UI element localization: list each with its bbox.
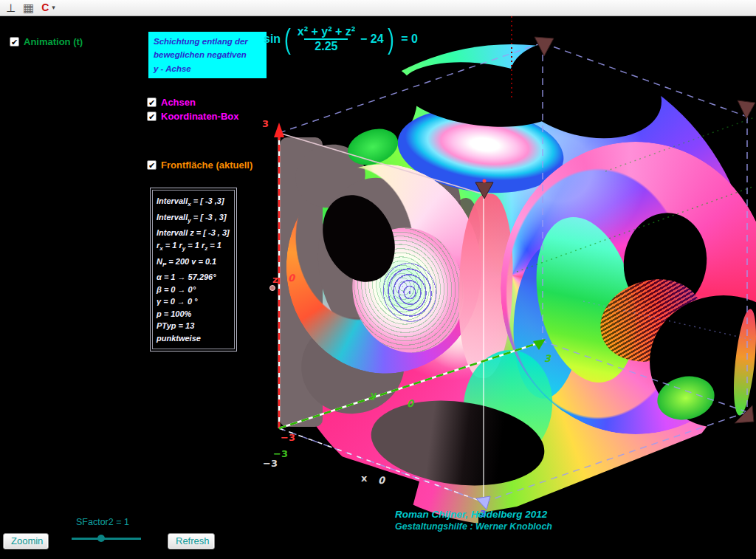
info-line: Intervallx = [ -3 ,3] — [157, 195, 230, 211]
note-line: Schichtung entlang der — [154, 35, 261, 48]
koordinaten-box-checkbox-row: ✔ Koordinaten-Box — [147, 111, 238, 122]
credits-helper: Gestaltungshilfe : Werner Knobloch — [395, 521, 552, 532]
koordinaten-box-checkbox-label: Koordinaten-Box — [161, 111, 238, 122]
animation-checkbox-label: Animation (t) — [24, 36, 83, 47]
sfactor2-slider-thumb[interactable] — [97, 535, 105, 542]
background-mask — [0, 16, 280, 559]
note-box[interactable]: Schichtung entlang der beweglichen negat… — [148, 31, 267, 79]
formula-close-paren: ) — [388, 27, 394, 52]
info-panel-lines: Intervallx = [ -3 ,3]Intervally = [ -3 ,… — [157, 195, 230, 344]
3d-viewport[interactable] — [0, 0, 756, 559]
capture-icon[interactable]: C — [41, 2, 49, 13]
info-line: Intervally = [ -3 , 3] — [157, 211, 230, 227]
sfactor2-slider: SFactor2 = 1 — [72, 517, 141, 540]
info-line: α = 1 → 57.296° — [157, 271, 230, 284]
formula-denominator: 2.25 — [304, 38, 348, 53]
formula-numerator: x² + y² + z² — [295, 25, 358, 38]
note-line: y - Achse — [154, 62, 261, 75]
formula-sin: sin — [264, 32, 281, 46]
info-line: β = 0 → 0° — [157, 284, 230, 296]
frontflaeche-checkbox-row: ✔ Frontfläche (aktuell) — [147, 160, 252, 171]
achsen-checkbox[interactable]: ✔ — [147, 97, 157, 107]
grid-icon[interactable]: ▦ — [23, 2, 34, 13]
formula-fraction: x² + y² + z² 2.25 — [295, 25, 358, 52]
achsen-checkbox-label: Achsen — [161, 97, 196, 108]
info-panel: Intervallx = [ -3 ,3]Intervally = [ -3 ,… — [150, 188, 237, 351]
credits-author: Roman Chijner, Heidelberg 2012 — [395, 509, 552, 520]
credits: Roman Chijner, Heidelberg 2012 Gestaltun… — [395, 509, 552, 532]
info-line: rx = 1 ry = 1 rz = 1 — [157, 239, 230, 256]
animation-checkbox[interactable]: ✔ — [10, 37, 19, 47]
refresh-button[interactable]: Refresh — [168, 533, 215, 549]
info-line: PTyp = 13 — [157, 320, 230, 332]
zoomin-button[interactable]: Zoomin — [3, 533, 49, 549]
application-window: ⊥ ▦ C ▾ — [0, 0, 756, 559]
koordinaten-box-checkbox[interactable]: ✔ — [147, 112, 157, 121]
note-line: beweglichen negativen — [154, 48, 261, 61]
toolbar: ⊥ ▦ C ▾ — [0, 0, 756, 16]
frontflaeche-checkbox-label: Frontfläche (aktuell) — [161, 160, 252, 171]
sfactor2-slider-track[interactable] — [72, 538, 141, 540]
formula-rhs: = 0 — [401, 32, 418, 46]
formula: sin ( x² + y² + z² 2.25 − 24 ) = 0 — [264, 25, 418, 52]
info-line: γ = 0 → 0 ° — [157, 295, 230, 308]
formula-open-paren: ( — [284, 27, 291, 52]
achsen-checkbox-row: ✔ Achsen — [147, 97, 196, 108]
frontflaeche-checkbox[interactable]: ✔ — [147, 160, 157, 170]
axes-icon[interactable]: ⊥ — [6, 2, 16, 13]
info-line: Intervall z = [ -3 , 3] — [157, 227, 230, 239]
dropdown-arrow-icon[interactable]: ▾ — [52, 2, 55, 13]
animation-checkbox-row: ✔ Animation (t) — [10, 36, 83, 47]
info-line: NP = 200 v = 0.1 — [157, 256, 230, 272]
info-line: punktweise — [157, 332, 230, 345]
sfactor2-slider-label: SFactor2 = 1 — [76, 517, 141, 527]
formula-minus-term: − 24 — [360, 32, 384, 46]
info-line: p = 100% — [157, 308, 230, 320]
